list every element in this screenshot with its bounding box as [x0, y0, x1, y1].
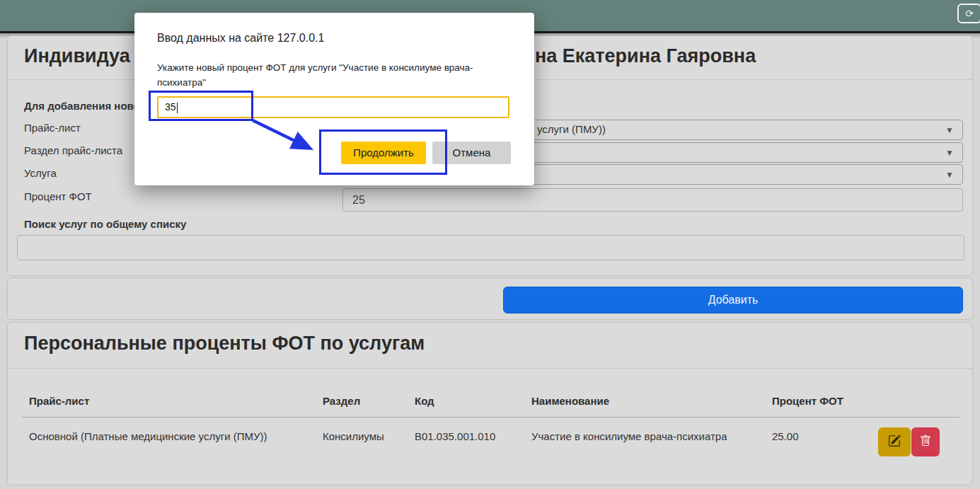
screen: ⟳ Индивидуа на Екатерина Гаяровна Для до… — [0, 0, 980, 489]
cell-code: B01.035.001.010 — [415, 430, 495, 442]
browser-window-icon[interactable]: ⟳ — [957, 4, 980, 23]
page-title-right: на Екатерина Гаяровна — [535, 45, 756, 67]
section-divider — [8, 368, 972, 369]
trash-icon — [920, 435, 931, 449]
dialog-message: Укажите новый процент ФОТ для услуги "Уч… — [157, 61, 519, 91]
select-price-list-value: услуги (ПМУ)) — [537, 123, 606, 135]
add-button[interactable]: Добавить — [503, 287, 963, 313]
form-footer: Добавить — [7, 277, 973, 320]
chevron-down-icon: ▼ — [945, 148, 954, 158]
col-header-price-list: Прайс-лист — [29, 395, 89, 407]
cell-percent: 25.00 — [772, 430, 799, 442]
search-label: Поиск услуг по общему списку — [24, 218, 186, 230]
annotation-arrow — [244, 113, 325, 159]
delete-button[interactable] — [911, 427, 940, 456]
chevron-down-icon: ▼ — [945, 170, 954, 180]
cell-section: Консилиумы — [323, 430, 384, 442]
col-header-section: Раздел — [323, 395, 360, 407]
table-card: Персональные проценты ФОТ по услугам Пра… — [7, 322, 973, 485]
cell-price-list: Основной (Платные медицинские услуги (ПМ… — [29, 430, 267, 442]
label-fot-percent: Процент ФОТ — [24, 190, 92, 202]
annotation-box-input — [149, 91, 253, 121]
label-price-list: Прайс-лист — [24, 122, 81, 134]
service-search-input[interactable] — [17, 235, 964, 260]
label-service: Услуга — [24, 167, 57, 179]
fot-percent-input[interactable]: 25 — [342, 188, 963, 212]
form-intro-label: Для добавления ново — [24, 100, 140, 112]
section-title: Персональные проценты ФОТ по услугам — [24, 333, 425, 355]
annotation-box-continue — [319, 130, 447, 175]
dialog-title: Ввод данных на сайте 127.0.0.1 — [157, 32, 324, 45]
col-header-code: Код — [415, 395, 434, 407]
label-price-list-section: Раздел прайс-листа — [24, 144, 122, 156]
col-header-percent: Процент ФОТ — [772, 395, 843, 407]
edit-icon — [888, 435, 901, 450]
page-title: Индивидуа — [24, 45, 130, 67]
col-header-name: Наименование — [531, 395, 609, 407]
table-header-divider — [22, 417, 959, 418]
edit-button[interactable] — [878, 427, 911, 456]
chevron-down-icon: ▼ — [945, 125, 954, 135]
cell-name: Участие в консилиуме врача-психиатра — [531, 430, 727, 442]
